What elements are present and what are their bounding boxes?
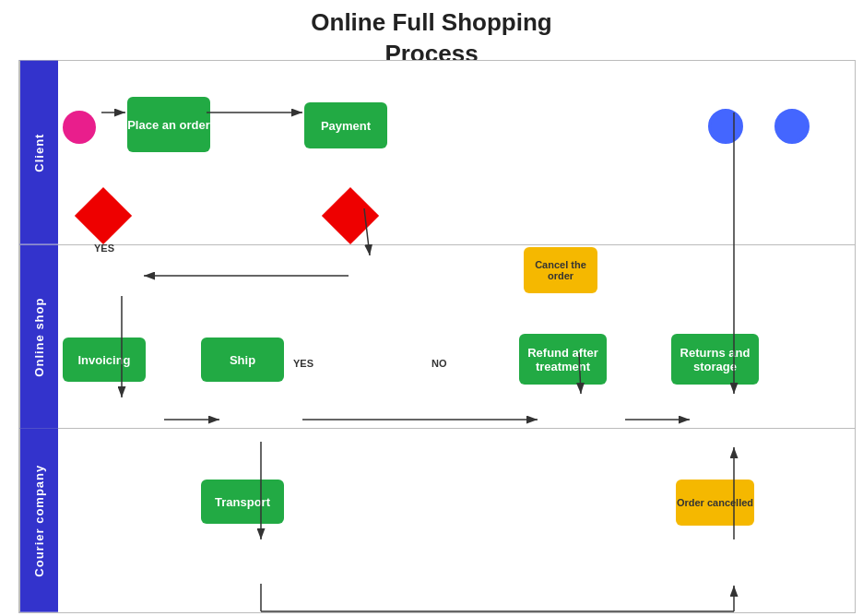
- lane-client-label: Client: [19, 61, 58, 244]
- ship-box: Ship: [201, 338, 284, 382]
- lane-client-content: [58, 61, 855, 244]
- invoicing-box: Invoicing: [63, 338, 146, 382]
- start-circle: [63, 111, 96, 144]
- order-cancelled-box: Order cancelled: [676, 480, 754, 526]
- lane-courier-label: Courier company: [19, 429, 58, 612]
- no-label: NO: [432, 358, 447, 369]
- transport-box: Transport: [201, 480, 284, 524]
- returns-storage-box: Returns and storage: [671, 334, 759, 385]
- lane-online-shop-label: Online shop: [19, 245, 58, 429]
- end-circle-2: [774, 109, 810, 144]
- yes-label-right: YES: [293, 358, 313, 369]
- lane-client: Client: [19, 61, 855, 245]
- payment-box: Payment: [304, 102, 387, 148]
- refund-box: Refund after treatment: [519, 334, 607, 385]
- end-circle-1: [708, 109, 743, 144]
- place-order-box: Place an order: [127, 97, 210, 152]
- main-container: Online Full Shopping Process Client Onli…: [0, 0, 863, 616]
- yes-label-left: YES: [94, 243, 114, 254]
- cancel-order-box: Cancel the order: [524, 247, 597, 293]
